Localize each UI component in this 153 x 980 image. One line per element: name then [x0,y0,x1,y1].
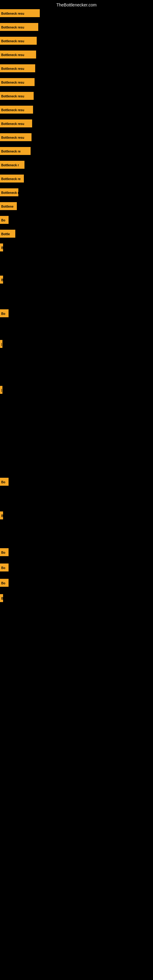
bar-item: B [0,275,3,283]
bar-label: | [0,386,2,394]
bar-item: Bottle [0,230,15,238]
bar-label: Bo [0,478,9,486]
bar-item: Bottleneck resu [0,106,33,114]
bar-item: Bottleneck re [0,147,30,155]
bar-label: Bo [0,216,9,224]
bar-item: Bottleneck resu [0,23,38,31]
bar-label: | [0,340,2,348]
bar-item: Bo [0,216,9,224]
bar-label: Bo [0,579,9,587]
bar-label: Bottleneck resu [0,9,40,17]
bar-label: B [0,243,3,251]
bar-item: Bottleneck resu [0,133,32,141]
bar-item: | [0,386,2,394]
bar-item: Bottleneck resu [0,78,35,86]
bar-item: Bo [0,579,9,587]
bar-label: B [0,511,3,519]
bar-item: Bottleneck resu [0,64,35,72]
bar-item: Bottlene [0,202,17,210]
bar-label: Bottleneck re [0,175,24,183]
bar-label: Bottleneck resu [0,92,33,100]
bar-label: B [0,594,3,602]
bar-label: Bottleneck re [0,147,30,155]
bar-item: Bottleneck resu [0,9,40,17]
bar-label: Bo [0,548,9,556]
bar-label: Bo [0,309,9,317]
bar-item: Bo [0,548,9,556]
bar-label: Bottleneck resu [0,37,37,45]
site-title: TheBottlenecker.com [0,0,153,10]
bar-label: B [0,275,3,283]
bar-item: | [0,340,2,348]
bar-label: Bottleneck resu [0,51,36,59]
bar-item: Bottleneck r [0,188,18,196]
bar-label: Bottleneck resu [0,23,38,31]
bar-label: Bottle [0,230,15,238]
bar-item: Bottleneck resu [0,119,32,127]
bar-label: Bo [0,563,9,571]
bar-item: Bottleneck re [0,175,24,183]
bar-label: Bottleneck resu [0,64,35,72]
bar-label: Bottleneck resu [0,133,32,141]
bar-label: Bottleneck resu [0,106,33,114]
bar-item: Bo [0,563,9,571]
bar-item: B [0,243,3,251]
bar-label: Bottleneck resu [0,78,35,86]
bar-label: Bottlene [0,202,17,210]
bar-label: Bottleneck resu [0,119,32,127]
bar-item: Bo [0,309,9,317]
bar-item: B [0,594,3,602]
bar-label: Bottleneck r [0,161,24,169]
bar-item: Bottleneck resu [0,51,36,59]
bar-label: Bottleneck r [0,188,18,196]
bar-item: Bottleneck resu [0,37,37,45]
bar-item: Bottleneck r [0,161,24,169]
bar-item: Bottleneck resu [0,92,33,100]
bar-item: Bo [0,478,9,486]
bar-item: B [0,511,3,519]
